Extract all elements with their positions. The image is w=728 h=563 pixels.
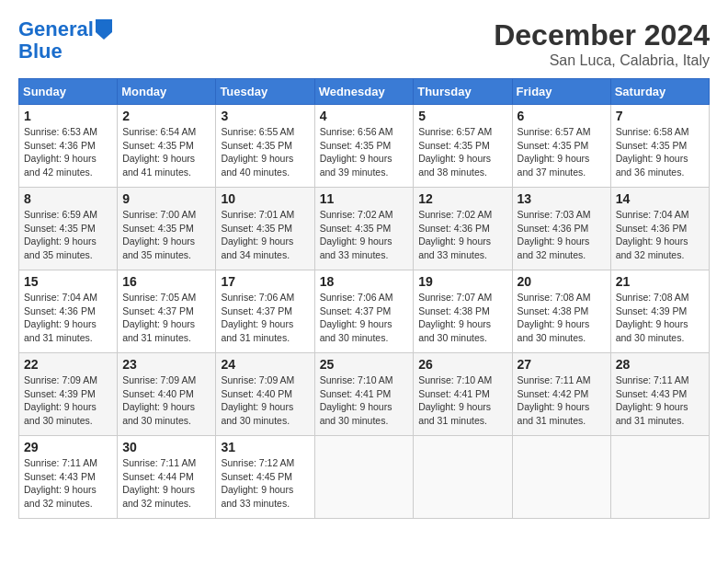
day-info: Sunrise: 7:00 AMSunset: 4:35 PMDaylight:…	[122, 208, 210, 262]
logo-line2: Blue	[18, 40, 63, 63]
day-number: 2	[122, 109, 210, 123]
day-cell: 24Sunrise: 7:09 AMSunset: 4:40 PMDayligh…	[216, 353, 314, 436]
day-cell	[414, 436, 512, 519]
day-info: Sunrise: 7:09 AMSunset: 4:39 PMDaylight:…	[24, 373, 112, 428]
day-info: Sunrise: 7:04 AMSunset: 4:36 PMDaylight:…	[24, 291, 112, 345]
day-info: Sunrise: 7:08 AMSunset: 4:39 PMDaylight:…	[616, 291, 704, 345]
week-row-3: 15Sunrise: 7:04 AMSunset: 4:36 PMDayligh…	[19, 270, 710, 353]
day-cell: 13Sunrise: 7:03 AMSunset: 4:36 PMDayligh…	[512, 188, 610, 270]
logo-icon	[96, 19, 112, 40]
day-cell: 16Sunrise: 7:05 AMSunset: 4:37 PMDayligh…	[118, 270, 216, 353]
day-number: 1	[24, 109, 112, 123]
week-row-1: 1Sunrise: 6:53 AMSunset: 4:36 PMDaylight…	[19, 105, 710, 188]
day-cell: 7Sunrise: 6:58 AMSunset: 4:35 PMDaylight…	[610, 105, 709, 188]
day-info: Sunrise: 6:56 AMSunset: 4:35 PMDaylight:…	[320, 125, 409, 179]
day-info: Sunrise: 7:09 AMSunset: 4:40 PMDaylight:…	[122, 373, 210, 428]
day-number: 31	[221, 440, 309, 454]
day-cell: 30Sunrise: 7:11 AMSunset: 4:44 PMDayligh…	[118, 436, 216, 519]
day-cell: 20Sunrise: 7:08 AMSunset: 4:38 PMDayligh…	[512, 270, 610, 353]
day-info: Sunrise: 7:11 AMSunset: 4:44 PMDaylight:…	[122, 456, 210, 511]
day-cell: 21Sunrise: 7:08 AMSunset: 4:39 PMDayligh…	[610, 270, 709, 353]
day-cell: 19Sunrise: 7:07 AMSunset: 4:38 PMDayligh…	[414, 270, 512, 353]
header-saturday: Saturday	[610, 79, 709, 105]
month-title: December 2024	[494, 18, 710, 52]
day-cell: 28Sunrise: 7:11 AMSunset: 4:43 PMDayligh…	[610, 353, 709, 436]
day-info: Sunrise: 6:54 AMSunset: 4:35 PMDaylight:…	[122, 125, 210, 179]
days-header-row: SundayMondayTuesdayWednesdayThursdayFrid…	[19, 79, 710, 105]
day-cell: 18Sunrise: 7:06 AMSunset: 4:37 PMDayligh…	[314, 270, 414, 353]
day-info: Sunrise: 7:02 AMSunset: 4:36 PMDaylight:…	[418, 208, 506, 262]
day-info: Sunrise: 7:06 AMSunset: 4:37 PMDaylight:…	[320, 291, 409, 345]
calendar-table: SundayMondayTuesdayWednesdayThursdayFrid…	[18, 78, 710, 519]
week-row-4: 22Sunrise: 7:09 AMSunset: 4:39 PMDayligh…	[19, 353, 710, 436]
day-info: Sunrise: 7:04 AMSunset: 4:36 PMDaylight:…	[616, 208, 704, 262]
title-area: December 2024 San Luca, Calabria, Italy	[494, 18, 710, 69]
day-info: Sunrise: 6:57 AMSunset: 4:35 PMDaylight:…	[518, 125, 606, 179]
day-cell: 27Sunrise: 7:11 AMSunset: 4:42 PMDayligh…	[512, 353, 610, 436]
day-number: 3	[221, 109, 309, 123]
day-cell	[314, 436, 414, 519]
header-friday: Friday	[512, 79, 610, 105]
day-cell: 3Sunrise: 6:55 AMSunset: 4:35 PMDaylight…	[216, 105, 314, 188]
day-number: 11	[320, 191, 409, 206]
day-number: 22	[24, 357, 112, 372]
day-number: 17	[221, 274, 309, 289]
header-tuesday: Tuesday	[216, 79, 314, 105]
day-number: 23	[122, 357, 210, 372]
day-cell: 6Sunrise: 6:57 AMSunset: 4:35 PMDaylight…	[512, 105, 610, 188]
day-info: Sunrise: 7:09 AMSunset: 4:40 PMDaylight:…	[221, 373, 309, 428]
day-cell: 14Sunrise: 7:04 AMSunset: 4:36 PMDayligh…	[610, 188, 709, 270]
day-cell: 26Sunrise: 7:10 AMSunset: 4:41 PMDayligh…	[414, 353, 512, 436]
header-monday: Monday	[118, 79, 216, 105]
day-cell: 11Sunrise: 7:02 AMSunset: 4:35 PMDayligh…	[314, 188, 414, 270]
logo-text: General	[18, 18, 94, 40]
day-number: 9	[122, 191, 210, 206]
day-cell	[610, 436, 709, 519]
day-number: 27	[518, 357, 606, 372]
day-number: 7	[616, 109, 704, 123]
day-cell: 17Sunrise: 7:06 AMSunset: 4:37 PMDayligh…	[216, 270, 314, 353]
day-cell: 9Sunrise: 7:00 AMSunset: 4:35 PMDaylight…	[118, 188, 216, 270]
location-title: San Luca, Calabria, Italy	[494, 52, 710, 69]
day-number: 4	[320, 109, 409, 123]
day-number: 8	[24, 191, 112, 206]
day-cell: 8Sunrise: 6:59 AMSunset: 4:35 PMDaylight…	[19, 188, 118, 270]
day-number: 15	[24, 274, 112, 289]
day-info: Sunrise: 7:03 AMSunset: 4:36 PMDaylight:…	[518, 208, 606, 262]
day-cell: 4Sunrise: 6:56 AMSunset: 4:35 PMDaylight…	[314, 105, 414, 188]
day-info: Sunrise: 6:55 AMSunset: 4:35 PMDaylight:…	[221, 125, 309, 179]
day-number: 16	[122, 274, 210, 289]
day-cell: 12Sunrise: 7:02 AMSunset: 4:36 PMDayligh…	[414, 188, 512, 270]
day-number: 18	[320, 274, 409, 289]
week-row-5: 29Sunrise: 7:11 AMSunset: 4:43 PMDayligh…	[19, 436, 710, 519]
day-cell: 29Sunrise: 7:11 AMSunset: 4:43 PMDayligh…	[19, 436, 118, 519]
header-wednesday: Wednesday	[314, 79, 414, 105]
logo: General Blue	[18, 18, 112, 63]
day-number: 26	[418, 357, 506, 372]
day-cell	[512, 436, 610, 519]
day-number: 19	[418, 274, 506, 289]
day-info: Sunrise: 7:05 AMSunset: 4:37 PMDaylight:…	[122, 291, 210, 345]
day-number: 13	[518, 191, 606, 206]
day-info: Sunrise: 7:11 AMSunset: 4:43 PMDaylight:…	[24, 456, 112, 511]
header: General Blue December 2024 San Luca, Cal…	[18, 18, 710, 69]
week-row-2: 8Sunrise: 6:59 AMSunset: 4:35 PMDaylight…	[19, 188, 710, 270]
day-number: 12	[418, 191, 506, 206]
day-info: Sunrise: 7:06 AMSunset: 4:37 PMDaylight:…	[221, 291, 309, 345]
day-info: Sunrise: 7:02 AMSunset: 4:35 PMDaylight:…	[320, 208, 409, 262]
header-sunday: Sunday	[19, 79, 118, 105]
day-info: Sunrise: 7:12 AMSunset: 4:45 PMDaylight:…	[221, 456, 309, 511]
day-number: 24	[221, 357, 309, 372]
day-number: 20	[518, 274, 606, 289]
day-cell: 25Sunrise: 7:10 AMSunset: 4:41 PMDayligh…	[314, 353, 414, 436]
day-info: Sunrise: 7:01 AMSunset: 4:35 PMDaylight:…	[221, 208, 309, 262]
day-cell: 15Sunrise: 7:04 AMSunset: 4:36 PMDayligh…	[19, 270, 118, 353]
day-number: 25	[320, 357, 409, 372]
day-number: 29	[24, 440, 112, 454]
day-info: Sunrise: 6:57 AMSunset: 4:35 PMDaylight:…	[418, 125, 506, 179]
day-info: Sunrise: 6:53 AMSunset: 4:36 PMDaylight:…	[24, 125, 112, 179]
day-number: 28	[616, 357, 704, 372]
day-info: Sunrise: 7:11 AMSunset: 4:43 PMDaylight:…	[616, 373, 704, 428]
day-cell: 23Sunrise: 7:09 AMSunset: 4:40 PMDayligh…	[118, 353, 216, 436]
day-number: 10	[221, 191, 309, 206]
